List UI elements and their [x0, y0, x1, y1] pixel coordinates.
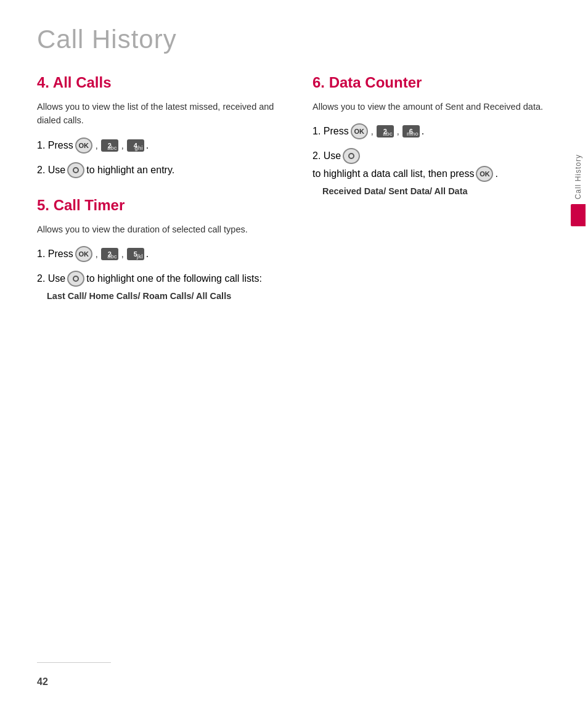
content-area: 4. All Calls Allows you to view the list… — [37, 74, 563, 322]
section-all-calls: 4. All Calls Allows you to view the list… — [37, 74, 282, 178]
step1-prefix: 1. Press — [37, 140, 73, 151]
step2-suffix-1: to highlight an entry. — [86, 165, 174, 176]
call-timer-description: Allows you to view the duration of selec… — [37, 223, 282, 236]
all-calls-title: 4. All Calls — [37, 74, 282, 91]
ok-key-3: OK — [351, 123, 368, 139]
call-timer-title: 5. Call Timer — [37, 197, 282, 214]
bottom-divider — [37, 662, 111, 663]
dc-step2-suffix-part1: to highlight a data call list, then pres… — [312, 168, 474, 179]
right-column: 6. Data Counter Allows you to view the a… — [300, 74, 563, 322]
ok-key-1: OK — [75, 138, 92, 154]
ct-step2-suffix: to highlight one of the following call l… — [86, 273, 262, 284]
key-2abc-2: 2abc — [101, 248, 118, 260]
sidebar: Call History — [568, 154, 588, 277]
nav-key-3 — [343, 148, 360, 164]
data-counter-list: Received Data/ Sent Data/ All Data — [322, 184, 563, 199]
all-calls-description: Allows you to view the list of the lates… — [37, 100, 282, 128]
step2-prefix-1: 2. Use — [37, 165, 65, 176]
data-counter-step2: 2. Use to highlight a data call list, th… — [312, 148, 563, 199]
section-call-timer: 5. Call Timer Allows you to view the dur… — [37, 197, 282, 304]
left-column: 4. All Calls Allows you to view the list… — [37, 74, 300, 322]
data-counter-step1: 1. Press OK , 2abc , 6mno . — [312, 123, 563, 139]
dc-step1-prefix: 1. Press — [312, 126, 349, 137]
page-title: Call History — [37, 25, 177, 54]
data-counter-description: Allows you to view the amount of Sent an… — [312, 100, 563, 113]
key-2abc-1: 2abc — [101, 139, 118, 152]
key-4ghi: 4ghi — [127, 139, 144, 152]
call-timer-step2: 2. Use to highlight one of the following… — [37, 271, 282, 303]
sidebar-bar — [571, 204, 586, 226]
nav-key-1 — [67, 162, 84, 178]
ok-key-2: OK — [75, 246, 92, 262]
all-calls-step2: 2. Use to highlight an entry. — [37, 162, 282, 178]
key-2abc-3: 2abc — [377, 125, 394, 138]
call-timer-step1: 1. Press OK , 2abc , 5jkl . — [37, 246, 282, 262]
key-5jkl: 5jkl — [127, 248, 144, 260]
sidebar-label: Call History — [574, 154, 582, 199]
ct-step1-prefix: 1. Press — [37, 248, 73, 260]
ct-step2-prefix: 2. Use — [37, 273, 65, 284]
all-calls-step1: 1. Press OK , 2abc , 4ghi . — [37, 138, 282, 154]
page-number: 42 — [37, 676, 48, 688]
call-timer-list: Last Call/ Home Calls/ Roam Calls/ All C… — [47, 289, 282, 303]
data-counter-title: 6. Data Counter — [312, 74, 563, 91]
key-6mno: 6mno — [402, 125, 420, 138]
nav-key-2 — [67, 271, 84, 287]
dc-step2-prefix: 2. Use — [312, 150, 341, 162]
ok-key-4: OK — [476, 166, 493, 182]
section-data-counter: 6. Data Counter Allows you to view the a… — [312, 74, 563, 199]
